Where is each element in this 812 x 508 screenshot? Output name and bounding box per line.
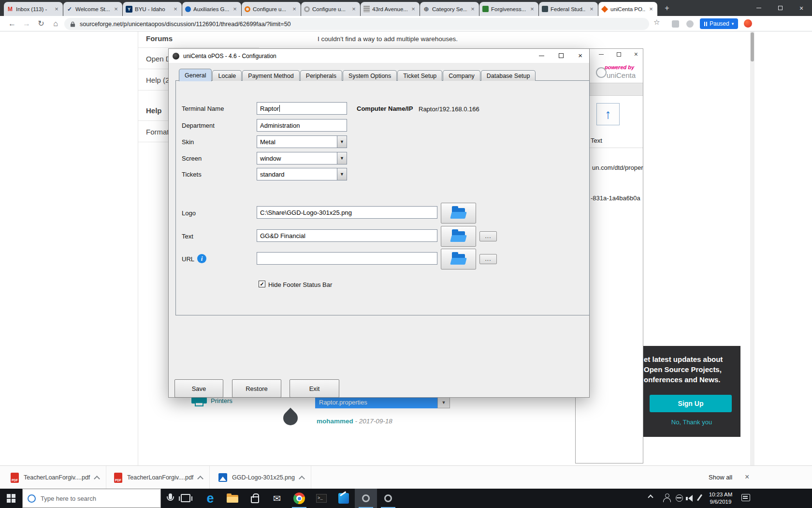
signup-button[interactable]: Sign Up bbox=[650, 395, 732, 412]
tab-close-icon[interactable]: × bbox=[410, 5, 417, 13]
start-button[interactable] bbox=[0, 489, 22, 508]
maximize-button[interactable] bbox=[617, 52, 621, 57]
import-arrow-button[interactable]: ↑ bbox=[596, 103, 620, 125]
browser-tab-welcome[interactable]: ✓ Welcome St... × bbox=[63, 2, 122, 16]
download-menu-chevron[interactable] bbox=[94, 476, 100, 482]
browser-tab-forgiveness[interactable]: Forgiveness... × bbox=[479, 2, 538, 16]
sidebar-item-formatting[interactable]: Format bbox=[146, 128, 169, 136]
url-more-button[interactable]: ... bbox=[479, 254, 497, 264]
extension-icon[interactable] bbox=[672, 20, 679, 28]
tab-close-icon[interactable]: × bbox=[648, 5, 654, 13]
sidebar-item-open-discussion[interactable]: Open D bbox=[146, 55, 171, 63]
screen-select[interactable]: window ▼ bbox=[257, 152, 347, 164]
tab-close-icon[interactable]: × bbox=[588, 5, 595, 13]
dialog-titlebar[interactable]: uniCenta oPOS - 4.6 - Configuration bbox=[169, 49, 589, 63]
tab-database-setup[interactable]: Database Setup bbox=[481, 70, 536, 81]
taskbar-unicenta-button-active[interactable] bbox=[355, 489, 377, 508]
reload-button[interactable]: ↻ bbox=[35, 17, 47, 30]
download-menu-chevron[interactable] bbox=[197, 476, 203, 482]
dropdown-arrow-icon[interactable]: ▼ bbox=[337, 152, 347, 164]
tab-close-icon[interactable]: × bbox=[529, 5, 536, 13]
tab-close-icon[interactable]: × bbox=[172, 5, 179, 13]
taskbar-mail-button[interactable]: ✉ bbox=[266, 489, 288, 508]
tab-ticket-setup[interactable]: Ticket Setup bbox=[397, 70, 442, 81]
browser-tab-federal[interactable]: Federal Stud... × bbox=[539, 2, 598, 16]
tab-locale[interactable]: Locale bbox=[212, 70, 242, 81]
logo-browse-button[interactable] bbox=[441, 203, 476, 224]
taskbar-app-button[interactable] bbox=[333, 489, 355, 508]
browser-minimize-button[interactable] bbox=[748, 0, 769, 16]
taskbar-terminal-button[interactable]: >_ bbox=[310, 489, 333, 508]
browser-tab-gmail[interactable]: M Inbox (113) - × bbox=[4, 2, 63, 16]
browser-maximize-button[interactable] bbox=[769, 0, 791, 16]
home-button[interactable]: ⌂ bbox=[49, 17, 62, 30]
save-button[interactable]: Save bbox=[174, 379, 223, 398]
address-bar[interactable]: sourceforge.net/p/unicentaopos/discussio… bbox=[64, 18, 649, 30]
tab-close-icon[interactable]: × bbox=[291, 5, 298, 13]
show-all-downloads-button[interactable]: Show all bbox=[709, 466, 732, 489]
forward-button[interactable]: → bbox=[20, 17, 33, 30]
back-button[interactable]: ← bbox=[6, 17, 18, 30]
browser-tab-byu[interactable]: Y BYU - Idaho × bbox=[123, 2, 182, 16]
department-field[interactable]: Administration bbox=[257, 119, 347, 132]
close-button[interactable]: × bbox=[634, 52, 638, 57]
tickets-select[interactable]: standard ▼ bbox=[257, 168, 347, 180]
tray-network-icon[interactable] bbox=[676, 494, 683, 502]
tab-close-icon[interactable]: × bbox=[113, 5, 119, 13]
dialog-close-button[interactable]: × bbox=[578, 53, 582, 58]
page-scrollbar[interactable] bbox=[750, 31, 754, 465]
microphone-icon[interactable] bbox=[164, 493, 176, 504]
taskbar-search-box[interactable]: Type here to search bbox=[22, 489, 161, 508]
download-menu-chevron[interactable] bbox=[299, 476, 305, 482]
sidebar-item-help[interactable]: Help (2 bbox=[146, 76, 169, 84]
dialog-maximize-button[interactable] bbox=[559, 53, 564, 58]
skin-select[interactable]: Metal ▼ bbox=[257, 135, 347, 148]
tray-pen-icon[interactable] bbox=[697, 494, 702, 501]
exit-button[interactable]: Exit bbox=[290, 379, 339, 398]
tab-company[interactable]: Company bbox=[443, 70, 480, 81]
logo-path-field[interactable]: C:\Share\GGD-Logo-301x25.png bbox=[257, 206, 437, 219]
hide-footer-checkbox[interactable]: ✓ bbox=[259, 281, 265, 287]
attachment-dropdown-button[interactable]: ▼ bbox=[437, 397, 450, 408]
tray-overflow-chevron-icon[interactable] bbox=[648, 494, 653, 500]
taskbar-store-button[interactable] bbox=[244, 489, 266, 508]
dismiss-link[interactable]: No, Thank you bbox=[643, 418, 740, 426]
tab-general[interactable]: General bbox=[179, 69, 212, 81]
restore-button[interactable]: Restore bbox=[232, 379, 281, 398]
dropdown-arrow-icon[interactable]: ▼ bbox=[337, 168, 347, 180]
sidebar-item-help-section[interactable]: Help bbox=[146, 106, 162, 115]
url-browse-button[interactable] bbox=[441, 249, 476, 269]
browser-tab-category[interactable]: ⊕ Category Se... × bbox=[420, 2, 479, 16]
text-field[interactable]: GG&D Financial bbox=[257, 229, 437, 242]
download-item[interactable]: TeacherLoanForgiv....pdf bbox=[4, 466, 106, 489]
post-author-link[interactable]: mohammed bbox=[317, 418, 353, 425]
dropdown-arrow-icon[interactable]: ▼ bbox=[337, 136, 347, 148]
tray-volume-icon[interactable] bbox=[688, 495, 693, 502]
tray-people-icon[interactable] bbox=[663, 493, 671, 502]
terminal-name-field[interactable]: Raptor bbox=[257, 102, 347, 115]
url-field[interactable] bbox=[257, 252, 437, 265]
dialog-minimize-button[interactable] bbox=[539, 56, 544, 56]
task-view-icon[interactable] bbox=[181, 494, 190, 502]
tab-close-icon[interactable]: × bbox=[53, 5, 60, 13]
tab-close-icon[interactable]: × bbox=[469, 5, 476, 13]
scrollbar-thumb[interactable] bbox=[751, 32, 754, 61]
browser-tab-unicenta-active[interactable]: uniCenta PO... × bbox=[598, 2, 657, 16]
taskbar-edge-button[interactable]: e bbox=[199, 489, 221, 508]
browser-tab-43rd-avenue[interactable]: 43rd Avenue... × bbox=[361, 2, 420, 16]
tab-system-options[interactable]: System Options bbox=[343, 70, 397, 81]
browser-close-button[interactable]: × bbox=[791, 0, 812, 16]
sync-paused-button[interactable]: Paused ▾ bbox=[700, 18, 738, 29]
sidebar-item-forums[interactable]: Forums bbox=[146, 34, 173, 43]
download-item[interactable]: GGD-Logo-301x25.png bbox=[212, 466, 311, 489]
browser-menu-update-icon[interactable] bbox=[744, 19, 752, 28]
browser-tab-configure-2[interactable]: Configure u... × bbox=[301, 2, 360, 16]
info-icon[interactable]: i bbox=[197, 254, 206, 263]
tab-close-icon[interactable]: × bbox=[232, 5, 238, 13]
new-tab-button[interactable]: + bbox=[661, 2, 673, 14]
browser-tab-configure-1[interactable]: Configure u... × bbox=[242, 2, 301, 16]
taskbar-unicenta-button[interactable] bbox=[377, 489, 399, 508]
tab-payment-method[interactable]: Payment Method bbox=[242, 70, 300, 81]
taskbar-chrome-button[interactable] bbox=[288, 489, 310, 508]
tab-peripherals[interactable]: Peripherals bbox=[300, 70, 342, 81]
